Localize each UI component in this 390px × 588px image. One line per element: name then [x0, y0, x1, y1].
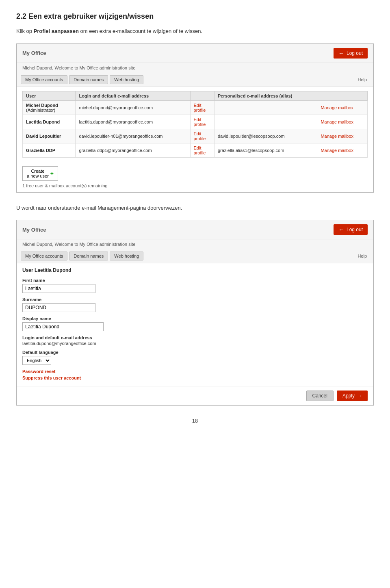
surname-input[interactable]	[22, 303, 95, 312]
language-field: Default language English	[22, 350, 368, 365]
suppress-account-link[interactable]: Suppress this user account	[22, 375, 368, 380]
user-name-david: David Lepoultier	[23, 129, 76, 143]
para1-bold: Profiel aanpassen	[34, 28, 79, 34]
users-table: User Login and default e-mail address Pe…	[22, 91, 368, 158]
para2-text: U wordt naar onderstaande e-mail Managem…	[16, 205, 182, 211]
user-email-michel: michel.dupond@myorangeoffice.com	[76, 100, 190, 115]
language-select[interactable]: English	[22, 356, 51, 365]
tab2-web-hosting[interactable]: Web hosting	[110, 252, 143, 260]
user-email-laetitia: laetitia.dupond@myorangeoffice.com	[76, 115, 190, 129]
panel1-welcome: Michel Dupond, Welcome to My Office admi…	[17, 63, 373, 73]
plus-icon: +	[50, 170, 54, 177]
alias-graziella: graziella.alias1@lescopsoop.com	[214, 143, 317, 157]
table-row: David Lepoultier david.lepoultier-n01@my…	[23, 129, 368, 143]
edit-profile-laetitia[interactable]: Editprofile	[190, 115, 214, 129]
login-email-label: Login and default e-mail address	[22, 335, 368, 340]
panel2-logout-button[interactable]: ← Log out	[334, 224, 368, 235]
display-name-field: Display name	[22, 316, 368, 331]
panel1-help-link[interactable]: Help	[358, 77, 367, 82]
panel2-logo: My Office	[22, 227, 46, 233]
col-manage	[317, 91, 368, 100]
col-personalised-email: Personalised e-mail address (alias)	[214, 91, 317, 100]
redirect-paragraph: U wordt naar onderstaande e-mail Managem…	[16, 204, 374, 212]
edit-profile-michel[interactable]: Editprofile	[190, 100, 214, 115]
tab-my-office-accounts[interactable]: My Office accounts	[21, 75, 67, 84]
user-email-graziella: graziella-ddp1@myorangeoffice.com	[76, 143, 190, 157]
create-user-text: Createa new user	[27, 169, 49, 178]
intro-paragraph: Klik op Profiel aanpassen om een extra e…	[16, 27, 374, 35]
col-user: User	[23, 91, 76, 100]
cancel-button[interactable]: Cancel	[306, 391, 334, 401]
first-name-input[interactable]	[22, 284, 95, 293]
panel2-tabs: My Office accounts Domain names Web host…	[21, 252, 143, 260]
user-name-graziella: Graziella DDP	[23, 143, 76, 157]
panel2-screenshot: My Office ← Log out Michel Dupond, Welco…	[16, 220, 374, 406]
remaining-accounts-text: 1 free user & mailbox account(s) remaini…	[22, 183, 368, 188]
user-name-laetitia: Laetitia Dupond	[23, 115, 76, 129]
panel2-tabs-bar: My Office accounts Domain names Web host…	[17, 249, 373, 263]
display-name-label: Display name	[22, 316, 368, 321]
panel2-welcome: Michel Dupond, Welcome to My Office admi…	[17, 239, 373, 249]
password-reset-link[interactable]: Password reset	[22, 369, 368, 374]
manage-mailbox-laetitia[interactable]: Manage mailbox	[317, 115, 368, 129]
alias-michel	[214, 100, 317, 115]
surname-field: Surname	[22, 297, 368, 312]
create-user-area: Createa new user + 1 free user & mailbox…	[17, 162, 373, 192]
col-login-email: Login and default e-mail address	[76, 91, 190, 100]
manage-mailbox-graziella[interactable]: Manage mailbox	[317, 143, 368, 157]
alias-david: david.lepoultier@lescopsoop.com	[214, 129, 317, 143]
panel2-form: User Laetitia Dupond First name Surname …	[17, 263, 373, 386]
apply-label: Apply	[342, 393, 355, 399]
edit-profile-graziella[interactable]: Editprofile	[190, 143, 214, 157]
display-name-input[interactable]	[22, 322, 104, 331]
para1-before: Klik op	[16, 28, 34, 34]
panel2-help-link[interactable]: Help	[358, 254, 367, 258]
tab2-my-office-accounts[interactable]: My Office accounts	[21, 252, 67, 260]
panel1-content: User Login and default e-mail address Pe…	[17, 87, 373, 162]
page-number: 18	[16, 418, 374, 424]
first-name-label: First name	[22, 278, 368, 283]
manage-mailbox-michel[interactable]: Manage mailbox	[317, 100, 368, 115]
tab-web-hosting[interactable]: Web hosting	[110, 75, 143, 84]
panel1-logout-label: Log out	[347, 50, 363, 56]
user-name-michel: Michel Dupond(Administrator)	[23, 100, 76, 115]
table-row: Graziella DDP graziella-ddp1@myorangeoff…	[23, 143, 368, 157]
table-row: Laetitia Dupond laetitia.dupond@myorange…	[23, 115, 368, 129]
create-new-user-button[interactable]: Createa new user +	[22, 166, 58, 181]
edit-profile-david[interactable]: Editprofile	[190, 129, 214, 143]
first-name-field: First name	[22, 278, 368, 293]
user-section-title: User Laetitia Dupond	[22, 267, 368, 273]
section-heading: 2.2 Een extra gebruiker wijzigen/wissen	[16, 12, 374, 21]
logout-arrow-icon: ←	[338, 50, 344, 56]
login-email-value: laetitia.dupond@myorangeoffice.com	[22, 341, 368, 346]
panel1-logo: My Office	[22, 50, 46, 56]
panel2-header: My Office ← Log out	[17, 220, 373, 239]
panel1-logout-button[interactable]: ← Log out	[334, 48, 368, 59]
panel2-logout-label: Log out	[347, 227, 363, 232]
col-edit-profile	[190, 91, 214, 100]
language-label: Default language	[22, 350, 368, 355]
panel1-tabs: My Office accounts Domain names Web host…	[21, 75, 143, 84]
manage-mailbox-david[interactable]: Manage mailbox	[317, 129, 368, 143]
form-buttons: Cancel Apply →	[17, 386, 373, 405]
login-email-field: Login and default e-mail address laetiti…	[22, 335, 368, 346]
apply-arrow-icon: →	[357, 393, 362, 399]
logout-arrow-icon2: ←	[338, 226, 344, 233]
panel1-tabs-bar: My Office accounts Domain names Web host…	[17, 73, 373, 87]
panel1-screenshot: My Office ← Log out Michel Dupond, Welco…	[16, 43, 374, 193]
tab2-domain-names[interactable]: Domain names	[69, 252, 108, 260]
para1-after: om een extra e-mailaccount te wijzigen o…	[79, 28, 202, 34]
apply-button[interactable]: Apply →	[337, 391, 368, 401]
panel1-header: My Office ← Log out	[17, 44, 373, 63]
alias-laetitia	[214, 115, 317, 129]
table-row: Michel Dupond(Administrator) michel.dupo…	[23, 100, 368, 115]
user-email-david: david.lepoultier-n01@myorangeoffice.com	[76, 129, 190, 143]
tab-domain-names[interactable]: Domain names	[69, 75, 108, 84]
surname-label: Surname	[22, 297, 368, 302]
